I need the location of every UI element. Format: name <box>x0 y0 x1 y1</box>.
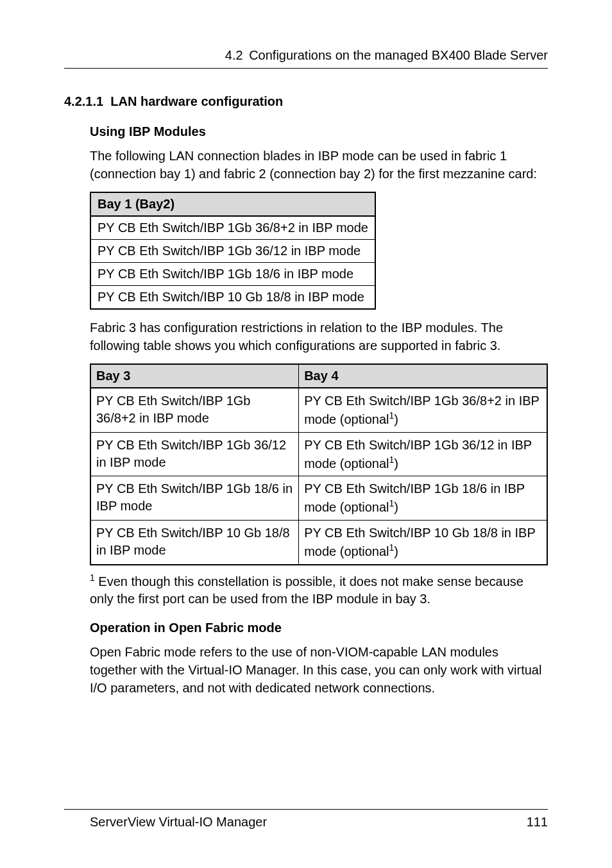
bay1-cell: PY CB Eth Switch/IBP 10 Gb 18/8 in IBP m… <box>90 286 375 310</box>
footer-left: ServerView Virtual-IO Manager <box>90 815 267 830</box>
openfabric-heading: Operation in Open Fabric mode <box>90 621 548 635</box>
table-row: PY CB Eth Switch/IBP 1Gb 36/8+2 in IBP m… <box>90 388 547 432</box>
bay1-cell: PY CB Eth Switch/IBP 1Gb 36/8+2 in IBP m… <box>90 216 375 240</box>
page-number: 111 <box>527 815 548 830</box>
section-number: 4.2 <box>225 48 243 63</box>
bay1-cell: PY CB Eth Switch/IBP 1Gb 18/6 in IBP mod… <box>90 263 375 286</box>
bay3-cell: PY CB Eth Switch/IBP 1Gb 36/8+2 in IBP m… <box>90 388 299 432</box>
table-row: PY CB Eth Switch/IBP 1Gb 36/12 in IBP mo… <box>90 240 375 263</box>
bay1-table: Bay 1 (Bay2) PY CB Eth Switch/IBP 1Gb 36… <box>90 192 376 310</box>
footnote-marker: 1 <box>90 572 95 583</box>
bay3-cell: PY CB Eth Switch/IBP 10 Gb 18/8 in IBP m… <box>90 520 299 564</box>
section-title: Configurations on the managed BX400 Blad… <box>249 48 548 63</box>
table-row: PY CB Eth Switch/IBP 1Gb 36/8+2 in IBP m… <box>90 216 375 240</box>
fabric3-text: Fabric 3 has configuration restrictions … <box>90 319 548 355</box>
page-header: 4.2 Configurations on the managed BX400 … <box>64 48 548 69</box>
ibp-heading: Using IBP Modules <box>90 124 548 139</box>
footnote: 1 Even though this constellation is poss… <box>90 572 548 608</box>
bay4-cell: PY CB Eth Switch/IBP 1Gb 18/6 in IBP mod… <box>299 476 547 521</box>
subsection-number: 4.2.1.1 <box>64 94 103 108</box>
bay3-cell: PY CB Eth Switch/IBP 1Gb 18/6 in IBP mod… <box>90 476 299 521</box>
page-footer: ServerView Virtual-IO Manager 111 <box>64 809 548 830</box>
bay3-bay4-table: Bay 3 Bay 4 PY CB Eth Switch/IBP 1Gb 36/… <box>90 363 548 565</box>
table-row: PY CB Eth Switch/IBP 10 Gb 18/8 in IBP m… <box>90 286 375 310</box>
subsection-heading: 4.2.1.1 LAN hardware configuration <box>64 94 548 109</box>
bay3-header: Bay 3 <box>90 364 299 388</box>
table-row: PY CB Eth Switch/IBP 10 Gb 18/8 in IBP m… <box>90 520 547 564</box>
subsection-title: LAN hardware configuration <box>110 94 283 108</box>
footnote-text: Even though this constellation is possib… <box>90 574 523 606</box>
bay4-cell: PY CB Eth Switch/IBP 1Gb 36/8+2 in IBP m… <box>299 388 547 432</box>
ibp-intro-text: The following LAN connection blades in I… <box>90 147 548 183</box>
openfabric-text: Open Fabric mode refers to the use of no… <box>90 643 548 697</box>
bay4-cell: PY CB Eth Switch/IBP 10 Gb 18/8 in IBP m… <box>299 520 547 564</box>
table-row: PY CB Eth Switch/IBP 1Gb 18/6 in IBP mod… <box>90 263 375 286</box>
bay3-cell: PY CB Eth Switch/IBP 1Gb 36/12 in IBP mo… <box>90 432 299 476</box>
bay1-table-header: Bay 1 (Bay2) <box>90 192 375 216</box>
table-row: PY CB Eth Switch/IBP 1Gb 18/6 in IBP mod… <box>90 476 547 521</box>
bay1-cell: PY CB Eth Switch/IBP 1Gb 36/12 in IBP mo… <box>90 240 375 263</box>
bay4-header: Bay 4 <box>299 364 547 388</box>
bay4-cell: PY CB Eth Switch/IBP 1Gb 36/12 in IBP mo… <box>299 432 547 476</box>
table-row: PY CB Eth Switch/IBP 1Gb 36/12 in IBP mo… <box>90 432 547 476</box>
